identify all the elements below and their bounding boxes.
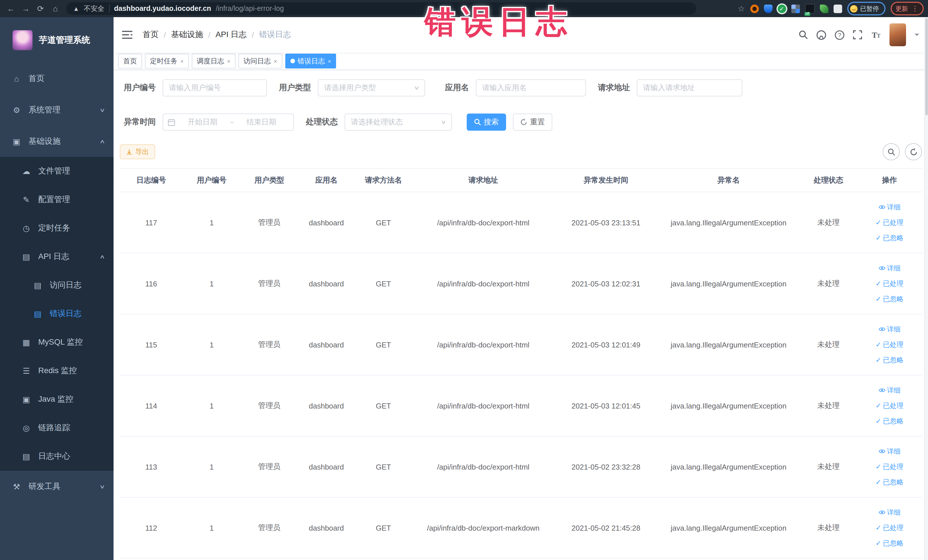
cell-url: /api/infra/db-doc/export-html xyxy=(412,375,554,436)
sidebar-item-home[interactable]: ⌂首页 xyxy=(0,63,113,94)
app-name-input[interactable]: 请输入应用名 xyxy=(476,79,586,96)
cell-time: 2021-05-02 23:32:28 xyxy=(554,436,657,497)
toggle-search-button[interactable] xyxy=(883,143,900,160)
scrollbar-thumb[interactable] xyxy=(925,18,927,115)
reset-button[interactable]: 重置 xyxy=(513,113,552,131)
sidebar-item-infrastructure[interactable]: ▣基础设施∧ xyxy=(0,125,113,157)
sidebar-item-access-log[interactable]: ▤访问日志 xyxy=(0,271,113,299)
ignored-link[interactable]: ✓已忽略 xyxy=(859,352,920,368)
sidebar-item-config-management[interactable]: ✎配置管理 xyxy=(0,185,113,214)
close-icon[interactable]: × xyxy=(227,58,230,64)
ignored-link[interactable]: ✓已忽略 xyxy=(859,536,920,551)
detail-link[interactable]: 详细 xyxy=(859,383,920,398)
sidebar-item-api-log[interactable]: ▤API 日志∧ xyxy=(0,243,113,271)
close-icon[interactable]: × xyxy=(328,58,331,64)
processed-link[interactable]: ✓已处理 xyxy=(859,215,920,230)
font-size-icon[interactable]: TT xyxy=(870,30,881,40)
breadcrumb-api-log[interactable]: API 日志 xyxy=(216,30,247,40)
detail-link[interactable]: 详细 xyxy=(859,322,920,337)
close-icon[interactable]: × xyxy=(180,58,184,64)
user-id-input[interactable]: 请输入用户编号 xyxy=(163,79,267,96)
user-menu-caret-icon[interactable] xyxy=(914,34,919,38)
sidebar-item-scheduled-tasks[interactable]: ◷定时任务 xyxy=(0,214,113,243)
detail-link[interactable]: 详细 xyxy=(859,444,920,459)
cell-app-name: dashboard xyxy=(298,253,355,314)
sidebar-item-log-center[interactable]: ▤日志中心 xyxy=(0,442,113,471)
check-icon: ✓ xyxy=(876,414,881,429)
github-icon[interactable] xyxy=(816,30,826,40)
process-status-select[interactable]: 请选择处理状态∨ xyxy=(345,113,452,131)
address-bar[interactable]: ▲ 不安全 dashboard.yudao.iocoder.cn/infra/l… xyxy=(66,2,696,15)
detail-link[interactable]: 详细 xyxy=(859,261,920,276)
check-extension-icon[interactable]: ✓ xyxy=(777,4,786,13)
cell-user-id: 1 xyxy=(183,436,241,497)
tab-错误日志[interactable]: 错误日志× xyxy=(285,53,336,69)
tab-调度日志[interactable]: 调度日志× xyxy=(192,53,236,69)
chevron-down-icon: ∨ xyxy=(99,484,105,489)
paused-badge[interactable]: 已暂停 xyxy=(847,2,885,15)
update-button[interactable]: 更新 ⋮ xyxy=(890,2,923,15)
sidebar-item-system-management[interactable]: ⚙系统管理∨ xyxy=(0,94,113,125)
sidebar-item-dev-tools[interactable]: ⚒研发工具∨ xyxy=(0,471,113,502)
leaf-extension-icon[interactable] xyxy=(820,4,828,13)
tab-定时任务[interactable]: 定时任务× xyxy=(145,53,189,69)
breadcrumb-home[interactable]: 首页 xyxy=(143,30,159,40)
request-url-input[interactable]: 请输入请求地址 xyxy=(637,79,742,96)
check-icon: ✓ xyxy=(876,398,881,414)
grid-extension-icon[interactable] xyxy=(791,4,800,13)
processed-link[interactable]: ✓已处理 xyxy=(859,520,920,536)
tab-访问日志[interactable]: 访问日志× xyxy=(238,53,282,69)
browser-forward-icon[interactable]: → xyxy=(20,2,32,15)
processed-link[interactable]: ✓已处理 xyxy=(859,337,920,352)
search-icon[interactable] xyxy=(798,30,807,40)
sidebar-item-file-management[interactable]: ☁文件管理 xyxy=(0,157,113,185)
cell-time: 2021-05-03 12:02:31 xyxy=(554,253,657,314)
refresh-table-button[interactable] xyxy=(905,143,922,160)
ignored-link[interactable]: ✓已忽略 xyxy=(859,414,920,429)
column-header: 应用名 xyxy=(298,169,355,192)
bookmark-star-icon[interactable]: ☆ xyxy=(738,4,745,13)
ignored-link[interactable]: ✓已忽略 xyxy=(859,291,920,307)
end-date-placeholder[interactable]: 结束日期 xyxy=(234,117,289,127)
detail-link[interactable]: 详细 xyxy=(859,200,920,215)
user-type-select[interactable]: 请选择用户类型∨ xyxy=(318,79,425,96)
target-extension-icon[interactable] xyxy=(750,4,759,13)
processed-link[interactable]: ✓已处理 xyxy=(859,276,920,291)
sidebar-item-java-monitor[interactable]: ▣Java 监控 xyxy=(0,385,113,414)
user-avatar[interactable] xyxy=(889,23,906,46)
tab-首页[interactable]: 首页 xyxy=(118,53,142,69)
sidebar-item-trace[interactable]: ◎链路追踪 xyxy=(0,414,113,442)
help-icon[interactable]: ? xyxy=(835,30,844,40)
cell-method: GET xyxy=(355,253,412,314)
processed-link[interactable]: ✓已处理 xyxy=(859,398,920,414)
browser-back-icon[interactable]: ← xyxy=(5,2,17,15)
sidebar-item-redis-monitor[interactable]: ☰Redis 监控 xyxy=(0,357,113,385)
detail-link[interactable]: 详细 xyxy=(859,505,920,520)
shield-extension-icon[interactable] xyxy=(764,4,772,13)
puzzle-extension-icon[interactable] xyxy=(833,4,842,13)
sidebar-item-mysql-monitor[interactable]: ▦MySQL 监控 xyxy=(0,328,113,357)
scrollbar[interactable] xyxy=(924,17,928,560)
filter-row-1: 用户编号 请输入用户编号 用户类型 请选择用户类型∨ 应用名 请输入应用名 请求… xyxy=(120,79,922,96)
hamburger-icon[interactable] xyxy=(118,25,137,44)
fullscreen-icon[interactable] xyxy=(853,30,862,40)
browser-home-icon[interactable]: ⌂ xyxy=(49,2,62,15)
ignored-link[interactable]: ✓已忽略 xyxy=(859,230,920,246)
browser-menu-icon[interactable]: ⋮ xyxy=(911,5,918,12)
breadcrumb-infra[interactable]: 基础设施 xyxy=(171,30,203,40)
export-button[interactable]: 导出 xyxy=(120,144,155,159)
search-button[interactable]: 搜索 xyxy=(467,113,506,131)
sidebar-item-label: 访问日志 xyxy=(50,280,82,290)
ignored-link[interactable]: ✓已忽略 xyxy=(859,475,920,490)
processed-link[interactable]: ✓已处理 xyxy=(859,459,920,475)
app-logo-row[interactable]: 芋道管理系统 xyxy=(0,17,113,63)
sidebar-item-error-log[interactable]: ▤错误日志 xyxy=(0,299,113,328)
start-date-placeholder[interactable]: 开始日期 xyxy=(175,117,230,127)
filter-process-status: 处理状态 请选择处理状态∨ xyxy=(302,113,452,131)
browser-reload-icon[interactable]: ⟳ xyxy=(34,2,47,15)
terminal-off-extension-icon[interactable] xyxy=(805,4,815,14)
url-divider xyxy=(109,5,110,12)
close-icon[interactable]: × xyxy=(273,58,277,64)
cell-url: /api/infra/db-doc/export-html xyxy=(412,253,554,314)
exception-time-range-picker[interactable]: 开始日期 ~ 结束日期 xyxy=(163,113,294,131)
